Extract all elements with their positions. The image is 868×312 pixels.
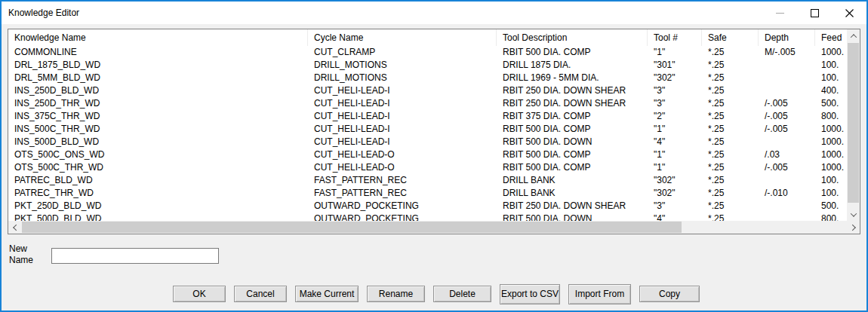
table-cell: DRL_5MM_BLD_WD — [8, 72, 308, 84]
make-current-button[interactable]: Make Current — [295, 286, 359, 302]
table-row[interactable]: DRL_1875_BLD_WDDRILL_MOTIONSDRILL 1875 D… — [8, 59, 847, 72]
export-to-csv-button[interactable]: Export to CSV — [500, 284, 560, 304]
table-cell: INS_500C_THR_WD — [8, 123, 308, 136]
table-cell: "302" — [648, 174, 702, 187]
table-cell: *.25 — [702, 59, 759, 72]
horizontal-scroll-thumb[interactable] — [22, 222, 682, 233]
table-cell: 1000. — [815, 161, 847, 174]
horizontal-scrollbar[interactable] — [8, 221, 860, 234]
table-cell: 100. — [815, 72, 847, 84]
window-controls — [762, 2, 866, 24]
table-cell: "302" — [648, 187, 702, 200]
vertical-scroll-thumb[interactable] — [848, 43, 859, 203]
table-cell: "1" — [648, 161, 702, 174]
table-cell: "302" — [648, 72, 702, 84]
column-header[interactable]: Cycle Name — [308, 29, 497, 46]
scroll-right-button[interactable] — [847, 221, 860, 234]
table-cell: INS_250D_BLD_WD — [8, 84, 308, 97]
table-cell: RBIT 250 DIA. DOWN SHEAR — [497, 84, 648, 97]
table-cell: 100. — [815, 174, 847, 187]
table-cell: 1000. — [815, 46, 847, 59]
table-cell: 800. — [815, 213, 847, 221]
table-cell: INS_500D_BLD_WD — [8, 136, 308, 148]
vertical-scrollbar[interactable] — [847, 29, 860, 221]
table-cell: RBIT 500 DIA. COMP — [497, 161, 648, 174]
column-header[interactable]: Safe — [702, 29, 759, 46]
cancel-button[interactable]: Cancel — [234, 286, 287, 302]
column-header[interactable]: Tool # — [648, 29, 702, 46]
maximize-button[interactable] — [797, 2, 832, 24]
table-cell: /-.010 — [759, 187, 815, 200]
column-header[interactable]: Depth — [759, 29, 815, 46]
table-cell: *.25 — [702, 72, 759, 84]
scroll-left-button[interactable] — [8, 221, 21, 234]
table-cell: /-.005 — [759, 110, 815, 123]
table-row[interactable]: PATREC_BLD_WDFAST_PATTERN_RECDRILL BANK"… — [8, 174, 847, 187]
delete-button[interactable]: Delete — [433, 286, 491, 302]
table-cell — [759, 213, 815, 221]
table-cell: CUT_HELI-LEAD-O — [308, 148, 497, 161]
table-cell: CUT_HELI-LEAD-O — [308, 161, 497, 174]
table-row[interactable]: PKT_500D_BLD_WDOUTWARD_POCKETINGRBIT 500… — [8, 213, 847, 221]
table-cell: RBIT 500 DIA. COMP — [497, 123, 648, 136]
table-cell: RBIT 500 DIA. COMP — [497, 148, 648, 161]
table-cell: INS_250D_THR_WD — [8, 97, 308, 110]
table-cell: OUTWARD_POCKETING — [308, 200, 497, 213]
table-cell: "3" — [648, 200, 702, 213]
new-name-label: New Name — [9, 243, 41, 266]
ok-button[interactable]: OK — [173, 286, 226, 302]
table-row[interactable]: OTS_500C_THR_WDCUT_HELI-LEAD-ORBIT 500 D… — [8, 161, 847, 174]
table-row[interactable]: PATREC_THR_WDFAST_PATTERN_RECDRILL BANK"… — [8, 187, 847, 200]
table-cell: /-.005 — [759, 123, 815, 136]
table-cell: *.25 — [702, 213, 759, 221]
table-cell: /-.005 — [759, 161, 815, 174]
table-row[interactable]: INS_375C_THR_WDCUT_HELI-LEAD-IRBIT 375 D… — [8, 110, 847, 123]
table-cell: "301" — [648, 59, 702, 72]
table-cell: *.25 — [702, 84, 759, 97]
window-title: Knowledge Editor — [8, 8, 79, 18]
table-cell: 1000. — [815, 123, 847, 136]
column-header[interactable]: Tool Description — [497, 29, 648, 46]
table-row[interactable]: INS_250D_THR_WDCUT_HELI-LEAD-IRBIT 250 D… — [8, 97, 847, 110]
table-cell: RBIT 500 DIA. DOWN — [497, 136, 648, 148]
table-cell: 1000. — [815, 148, 847, 161]
table-row[interactable]: INS_250D_BLD_WDCUT_HELI-LEAD-IRBIT 250 D… — [8, 84, 847, 97]
table-cell: M/-.005 — [759, 46, 815, 59]
table-cell: OTS_500C_ONS_WD — [8, 148, 308, 161]
table-cell: "1" — [648, 123, 702, 136]
table-row[interactable]: INS_500C_THR_WDCUT_HELI-LEAD-IRBIT 500 D… — [8, 123, 847, 136]
new-name-input[interactable] — [51, 248, 219, 264]
table-row[interactable]: DRL_5MM_BLD_WDDRILL_MOTIONSDRILL 1969 - … — [8, 72, 847, 84]
table-cell: *.25 — [702, 123, 759, 136]
table-cell — [759, 84, 815, 97]
close-button[interactable] — [832, 2, 866, 24]
table-cell — [759, 174, 815, 187]
table-cell: *.25 — [702, 46, 759, 59]
rename-button[interactable]: Rename — [367, 286, 425, 302]
knowledge-list: Knowledge NameCycle NameTool Description… — [8, 29, 860, 234]
scroll-left-icon — [13, 224, 19, 230]
table-row[interactable]: INS_500D_BLD_WDCUT_HELI-LEAD-IRBIT 500 D… — [8, 136, 847, 148]
table-cell: *.25 — [702, 148, 759, 161]
column-header[interactable]: Feed — [815, 29, 847, 46]
scroll-down-button[interactable] — [847, 208, 860, 221]
table-cell: DRILL_MOTIONS — [308, 59, 497, 72]
table-cell: "4" — [648, 136, 702, 148]
import-from-button[interactable]: Import From — [568, 284, 631, 304]
table-cell: COMMONLINE — [8, 46, 308, 59]
table-row[interactable]: COMMONLINECUT_CLRAMPRBIT 500 DIA. COMP"1… — [8, 46, 847, 59]
copy-button[interactable]: Copy — [639, 286, 700, 302]
table-cell: 100. — [815, 59, 847, 72]
table-cell: INS_375C_THR_WD — [8, 110, 308, 123]
table-cell: FAST_PATTERN_REC — [308, 174, 497, 187]
table-cell: OUTWARD_POCKETING — [308, 213, 497, 221]
table-cell: OTS_500C_THR_WD — [8, 161, 308, 174]
table-cell: RBIT 500 DIA. COMP — [497, 46, 648, 59]
minimize-icon — [776, 13, 784, 14]
table-row[interactable]: PKT_250D_BLD_WDOUTWARD_POCKETINGRBIT 250… — [8, 200, 847, 213]
table-row[interactable]: OTS_500C_ONS_WDCUT_HELI-LEAD-ORBIT 500 D… — [8, 148, 847, 161]
scroll-up-button[interactable] — [847, 29, 860, 42]
column-header[interactable]: Knowledge Name — [8, 29, 308, 46]
table-cell: FAST_PATTERN_REC — [308, 187, 497, 200]
minimize-button[interactable] — [762, 2, 797, 24]
